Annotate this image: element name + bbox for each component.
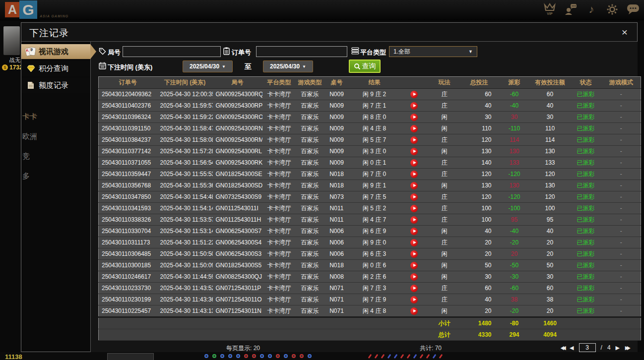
roadmap-dot <box>260 354 264 358</box>
vip-crown-icon[interactable]: VIP <box>543 3 557 16</box>
game-no-input[interactable] <box>123 46 221 57</box>
tab-label: 额度记录 <box>39 81 68 90</box>
replay-play-button[interactable] <box>410 307 418 315</box>
table-row: 250430110233730 2025-04-30 11:43:52 GN07… <box>99 283 641 294</box>
chat-icon[interactable] <box>626 3 640 16</box>
replay-play-button[interactable] <box>410 228 418 235</box>
replay-play-button[interactable] <box>410 262 418 269</box>
replay-play-button[interactable] <box>410 125 418 132</box>
last-page-icon[interactable]: ▶▶ <box>625 343 629 352</box>
cell-total-bet: 120 <box>460 169 499 180</box>
first-page-icon[interactable]: ◀◀ <box>560 343 565 352</box>
cell-platform: 卡卡湾厅 <box>262 248 296 260</box>
order-no-input[interactable] <box>256 46 347 57</box>
cell-bet-time: 2025-04-30 11:44:59 <box>157 271 213 283</box>
subtotal-row: 小计 1480 -80 1460 <box>99 317 641 329</box>
sidebar-tab-video-games[interactable]: K9 视讯游戏 <box>21 44 90 59</box>
play-triangle-icon <box>413 195 416 198</box>
sidebar-tab-points-query[interactable]: 积分查询 <box>21 61 90 76</box>
cell-result: 闲 6 庄 3 <box>350 248 399 260</box>
cell-total-bet: 120 <box>460 191 499 203</box>
cell-game-mode: - <box>602 203 641 214</box>
date-from-picker[interactable]: 2025/04/30 ▼ <box>183 60 233 72</box>
cell-total-bet: 100 <box>460 214 499 226</box>
replay-play-button[interactable] <box>410 239 418 246</box>
replay-play-button[interactable] <box>410 102 418 110</box>
cell-platform: 卡卡湾厅 <box>262 112 296 123</box>
table-row: 250430110402376 2025-04-30 11:59:57 GN00… <box>99 100 641 112</box>
cell-status: 已派彩 <box>570 89 602 100</box>
page-separator: / <box>601 344 602 351</box>
total-row: 总计 4330 294 4094 <box>99 329 641 341</box>
play-triangle-icon <box>413 287 416 290</box>
replay-play-button[interactable] <box>410 205 418 212</box>
sidebar-tab-credit-records[interactable]: 额度记录 <box>21 78 90 93</box>
cell-status: 已派彩 <box>570 226 602 237</box>
cell-payout: -120 <box>499 191 530 203</box>
replay-play-button[interactable] <box>410 136 418 144</box>
cell-game-mode: - <box>602 305 641 317</box>
replay-play-button[interactable] <box>410 114 418 121</box>
replay-play-button[interactable] <box>410 148 418 155</box>
cell-game-type: 百家乐 <box>296 203 324 214</box>
date-to-picker[interactable]: 2025/04/30 ▼ <box>263 60 313 72</box>
previous-page-icon[interactable]: ◀ <box>570 343 574 352</box>
cell-game-type: 百家乐 <box>296 283 324 294</box>
bet-time-label: 下注时间 (美东) <box>108 63 152 72</box>
cell-valid-bet: 20 <box>530 237 570 248</box>
search-button[interactable]: 查询 <box>349 60 381 73</box>
customer-service-icon[interactable] <box>564 3 578 16</box>
cell-game-no: GN009254300RM <box>213 134 262 146</box>
next-page-icon[interactable]: ▶ <box>616 343 620 352</box>
replay-play-button[interactable] <box>410 91 418 98</box>
cell-result: 闲 4 庄 8 <box>350 123 399 134</box>
cell-result: 闲 9 庄 0 <box>350 237 399 248</box>
cell-game-no: GN009254300RP <box>213 100 262 112</box>
cell-result: 闲 8 庄 0 <box>350 112 399 123</box>
cell-status: 已派彩 <box>570 146 602 157</box>
cell-status: 已派彩 <box>570 169 602 180</box>
chevron-down-icon: ▼ <box>302 64 306 69</box>
player-name: 战无 <box>9 57 20 64</box>
cell-table-no: N073 <box>324 191 350 203</box>
modal-title-bar: 下注记录 × <box>21 23 637 42</box>
page-number-input[interactable]: 3 <box>579 343 596 352</box>
cell-platform: 卡卡湾厅 <box>262 283 296 294</box>
cell-replay <box>399 283 429 294</box>
replay-play-button[interactable] <box>410 250 418 258</box>
cell-valid-bet: 120 <box>530 191 570 203</box>
cell-bet-time: 2025-04-30 11:58:08 <box>157 134 213 146</box>
replay-play-button[interactable] <box>410 159 418 167</box>
cell-total-bet: 40 <box>460 226 499 237</box>
replay-play-button[interactable] <box>410 182 418 189</box>
replay-play-button[interactable] <box>410 296 418 303</box>
cell-valid-bet: 133 <box>530 157 570 169</box>
replay-play-button[interactable] <box>410 273 418 281</box>
cell-total-bet: 110 <box>460 123 499 134</box>
table-row: 250430110230199 2025-04-30 11:43:36 GN07… <box>99 294 641 305</box>
settings-gear-icon[interactable] <box>605 3 619 16</box>
cell-bet-time: 2025-04-30 11:53:57 <box>157 214 213 226</box>
cell-status: 已派彩 <box>570 191 602 203</box>
cell-table-no: N008 <box>324 271 350 283</box>
cell-table-no: N009 <box>324 100 350 112</box>
replay-play-button[interactable] <box>410 216 418 224</box>
table-row: 250430110384237 2025-04-30 11:58:08 GN00… <box>99 134 641 146</box>
platform-type-select[interactable]: 1.全部 ▼ <box>389 46 477 57</box>
cell-replay <box>399 248 429 260</box>
subtotal-label: 小计 <box>429 317 460 329</box>
replay-play-button[interactable] <box>410 171 418 178</box>
replay-play-button[interactable] <box>410 285 418 292</box>
music-icon[interactable]: ♪ <box>584 3 598 16</box>
close-icon[interactable]: × <box>618 26 631 39</box>
cell-game-mode: - <box>602 157 641 169</box>
cell-payout: 38 <box>499 294 530 305</box>
cell-total-bet: 40 <box>460 294 499 305</box>
table-row: 250430110341593 2025-04-30 11:54:14 GN01… <box>99 203 641 214</box>
cell-table-no: N006 <box>324 237 350 248</box>
total-total-bet: 4330 <box>460 329 499 341</box>
cell-play: 闲 <box>429 180 460 191</box>
replay-play-button[interactable] <box>410 193 418 201</box>
cell-total-bet: 130 <box>460 146 499 157</box>
platform-type-value: 1.全部 <box>389 48 468 56</box>
